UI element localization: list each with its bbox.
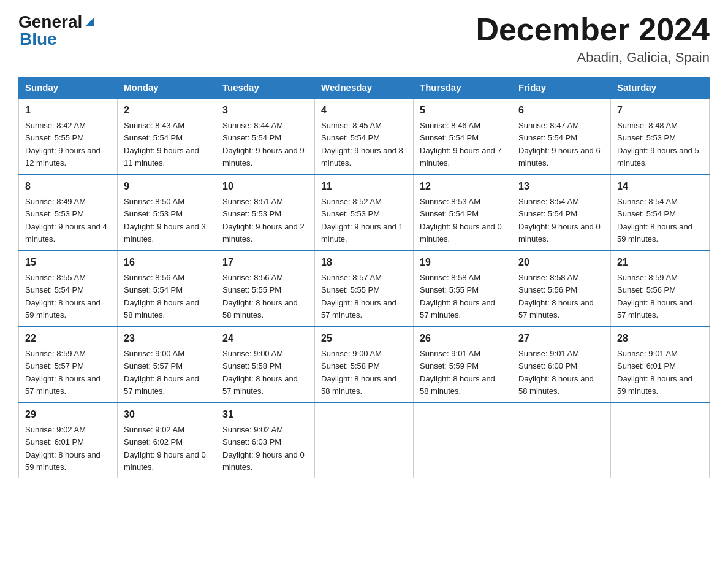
day-number: 12 — [420, 179, 506, 194]
calendar-cell: 7 Sunrise: 8:48 AMSunset: 5:53 PMDayligh… — [611, 98, 710, 174]
day-info: Sunrise: 8:42 AMSunset: 5:55 PMDaylight:… — [25, 121, 100, 167]
day-info: Sunrise: 9:00 AMSunset: 5:57 PMDaylight:… — [124, 349, 199, 396]
day-number: 20 — [518, 255, 604, 270]
calendar-cell: 31 Sunrise: 9:02 AMSunset: 6:03 PMDaylig… — [216, 402, 315, 478]
day-info: Sunrise: 8:58 AMSunset: 5:55 PMDaylight:… — [420, 273, 495, 320]
day-number: 9 — [124, 179, 210, 194]
day-number: 18 — [321, 255, 407, 270]
calendar-cell: 24 Sunrise: 9:00 AMSunset: 5:58 PMDaylig… — [216, 326, 315, 402]
day-number: 11 — [321, 179, 407, 194]
day-number: 31 — [222, 407, 308, 422]
day-number: 28 — [617, 331, 703, 346]
calendar-week-3: 15 Sunrise: 8:55 AMSunset: 5:54 PMDaylig… — [19, 250, 710, 326]
day-info: Sunrise: 8:54 AMSunset: 5:54 PMDaylight:… — [518, 197, 601, 243]
day-number: 30 — [124, 407, 210, 422]
day-info: Sunrise: 8:47 AMSunset: 5:54 PMDaylight:… — [518, 121, 601, 167]
day-number: 16 — [124, 255, 210, 270]
day-info: Sunrise: 8:59 AMSunset: 5:56 PMDaylight:… — [617, 273, 692, 320]
day-info: Sunrise: 9:01 AMSunset: 6:01 PMDaylight:… — [617, 349, 692, 396]
day-info: Sunrise: 8:57 AMSunset: 5:55 PMDaylight:… — [321, 273, 396, 320]
day-info: Sunrise: 8:46 AMSunset: 5:54 PMDaylight:… — [420, 121, 502, 167]
calendar-cell: 1 Sunrise: 8:42 AMSunset: 5:55 PMDayligh… — [19, 98, 118, 174]
calendar-cell: 29 Sunrise: 9:02 AMSunset: 6:01 PMDaylig… — [19, 402, 118, 478]
day-number: 23 — [124, 331, 210, 346]
calendar-cell: 5 Sunrise: 8:46 AMSunset: 5:54 PMDayligh… — [414, 98, 512, 174]
day-info: Sunrise: 8:48 AMSunset: 5:53 PMDaylight:… — [617, 121, 699, 167]
day-number: 2 — [124, 103, 210, 118]
logo: General Blue — [18, 12, 97, 49]
calendar-week-4: 22 Sunrise: 8:59 AMSunset: 5:57 PMDaylig… — [19, 326, 710, 402]
calendar-cell: 3 Sunrise: 8:44 AMSunset: 5:54 PMDayligh… — [216, 98, 315, 174]
col-header-friday: Friday — [512, 77, 611, 99]
day-number: 29 — [25, 407, 111, 422]
day-info: Sunrise: 8:56 AMSunset: 5:54 PMDaylight:… — [124, 273, 199, 320]
logo-triangle-icon — [83, 15, 97, 28]
day-info: Sunrise: 8:53 AMSunset: 5:54 PMDaylight:… — [420, 197, 502, 243]
calendar-cell: 4 Sunrise: 8:45 AMSunset: 5:54 PMDayligh… — [315, 98, 414, 174]
calendar-cell — [611, 402, 710, 478]
day-info: Sunrise: 8:55 AMSunset: 5:54 PMDaylight:… — [25, 273, 100, 320]
col-header-tuesday: Tuesday — [216, 77, 315, 99]
day-info: Sunrise: 9:02 AMSunset: 6:01 PMDaylight:… — [25, 425, 100, 472]
calendar-cell: 13 Sunrise: 8:54 AMSunset: 5:54 PMDaylig… — [512, 174, 611, 250]
day-number: 26 — [420, 331, 506, 346]
day-number: 7 — [617, 103, 703, 118]
col-header-thursday: Thursday — [414, 77, 512, 99]
day-info: Sunrise: 9:00 AMSunset: 5:58 PMDaylight:… — [321, 349, 396, 396]
day-number: 13 — [518, 179, 604, 194]
logo-blue-text: Blue — [20, 29, 57, 49]
calendar-cell: 11 Sunrise: 8:52 AMSunset: 5:53 PMDaylig… — [315, 174, 414, 250]
day-number: 3 — [222, 103, 308, 118]
day-number: 14 — [617, 179, 703, 194]
month-title: December 2024 — [476, 12, 710, 47]
calendar-week-1: 1 Sunrise: 8:42 AMSunset: 5:55 PMDayligh… — [19, 98, 710, 174]
calendar-cell: 22 Sunrise: 8:59 AMSunset: 5:57 PMDaylig… — [19, 326, 118, 402]
day-info: Sunrise: 9:01 AMSunset: 5:59 PMDaylight:… — [420, 349, 495, 396]
day-number: 4 — [321, 103, 407, 118]
calendar-cell: 6 Sunrise: 8:47 AMSunset: 5:54 PMDayligh… — [512, 98, 611, 174]
calendar-table: SundayMondayTuesdayWednesdayThursdayFrid… — [18, 77, 710, 478]
title-block: December 2024 Abadin, Galicia, Spain — [476, 12, 710, 66]
day-info: Sunrise: 9:00 AMSunset: 5:58 PMDaylight:… — [222, 349, 298, 396]
calendar-cell: 30 Sunrise: 9:02 AMSunset: 6:02 PMDaylig… — [118, 402, 216, 478]
calendar-cell: 12 Sunrise: 8:53 AMSunset: 5:54 PMDaylig… — [414, 174, 512, 250]
calendar-cell: 2 Sunrise: 8:43 AMSunset: 5:54 PMDayligh… — [118, 98, 216, 174]
calendar-cell: 10 Sunrise: 8:51 AMSunset: 5:53 PMDaylig… — [216, 174, 315, 250]
calendar-cell: 28 Sunrise: 9:01 AMSunset: 6:01 PMDaylig… — [611, 326, 710, 402]
day-info: Sunrise: 8:58 AMSunset: 5:56 PMDaylight:… — [518, 273, 594, 320]
day-number: 1 — [25, 103, 111, 118]
calendar-cell: 9 Sunrise: 8:50 AMSunset: 5:53 PMDayligh… — [118, 174, 216, 250]
calendar-cell — [512, 402, 611, 478]
calendar-header-row: SundayMondayTuesdayWednesdayThursdayFrid… — [19, 77, 710, 99]
svg-marker-0 — [86, 17, 94, 26]
day-info: Sunrise: 8:54 AMSunset: 5:54 PMDaylight:… — [617, 197, 692, 243]
day-number: 22 — [25, 331, 111, 346]
calendar-cell: 15 Sunrise: 8:55 AMSunset: 5:54 PMDaylig… — [19, 250, 118, 326]
col-header-sunday: Sunday — [19, 77, 118, 99]
col-header-wednesday: Wednesday — [315, 77, 414, 99]
calendar-cell: 8 Sunrise: 8:49 AMSunset: 5:53 PMDayligh… — [19, 174, 118, 250]
day-info: Sunrise: 8:45 AMSunset: 5:54 PMDaylight:… — [321, 121, 403, 167]
calendar-cell: 16 Sunrise: 8:56 AMSunset: 5:54 PMDaylig… — [118, 250, 216, 326]
day-info: Sunrise: 8:56 AMSunset: 5:55 PMDaylight:… — [222, 273, 298, 320]
day-number: 27 — [518, 331, 604, 346]
day-info: Sunrise: 9:02 AMSunset: 6:02 PMDaylight:… — [124, 425, 206, 472]
day-number: 5 — [420, 103, 506, 118]
day-info: Sunrise: 9:01 AMSunset: 6:00 PMDaylight:… — [518, 349, 594, 396]
col-header-saturday: Saturday — [611, 77, 710, 99]
day-number: 10 — [222, 179, 308, 194]
col-header-monday: Monday — [118, 77, 216, 99]
day-info: Sunrise: 9:02 AMSunset: 6:03 PMDaylight:… — [222, 425, 305, 472]
page-header: General Blue December 2024 Abadin, Galic… — [18, 12, 710, 66]
day-number: 24 — [222, 331, 308, 346]
calendar-cell: 18 Sunrise: 8:57 AMSunset: 5:55 PMDaylig… — [315, 250, 414, 326]
day-number: 8 — [25, 179, 111, 194]
day-info: Sunrise: 8:49 AMSunset: 5:53 PMDaylight:… — [25, 197, 107, 243]
location: Abadin, Galicia, Spain — [476, 50, 710, 66]
calendar-cell — [414, 402, 512, 478]
calendar-cell: 19 Sunrise: 8:58 AMSunset: 5:55 PMDaylig… — [414, 250, 512, 326]
calendar-cell: 23 Sunrise: 9:00 AMSunset: 5:57 PMDaylig… — [118, 326, 216, 402]
calendar-cell: 27 Sunrise: 9:01 AMSunset: 6:00 PMDaylig… — [512, 326, 611, 402]
day-number: 17 — [222, 255, 308, 270]
calendar-week-5: 29 Sunrise: 9:02 AMSunset: 6:01 PMDaylig… — [19, 402, 710, 478]
